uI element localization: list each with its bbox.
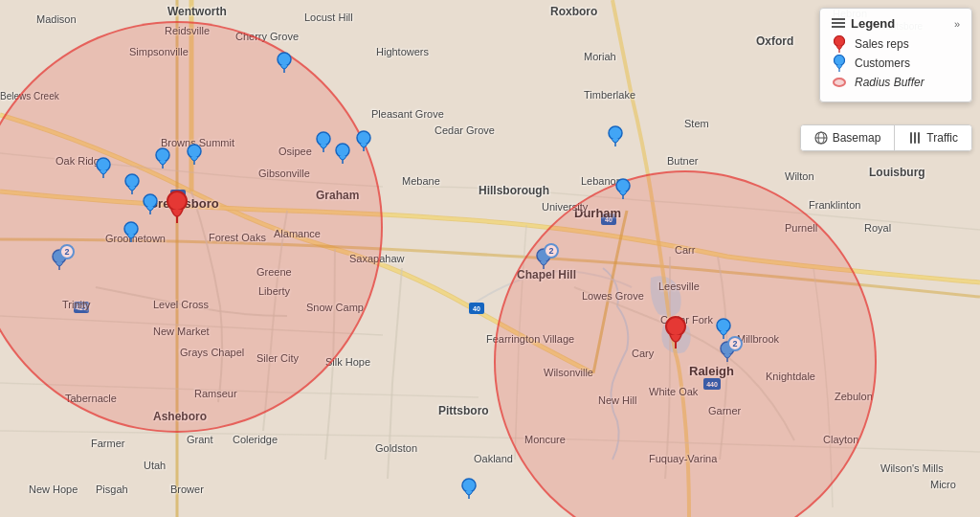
- legend-customers-label: Customers: [855, 56, 910, 70]
- customer-pin-badged-3[interactable]: 2: [727, 366, 743, 391]
- svg-point-13: [125, 174, 139, 188]
- svg-point-29: [666, 317, 685, 336]
- svg-point-23: [609, 126, 622, 140]
- legend-radius-icon: [832, 75, 847, 90]
- svg-text:40: 40: [473, 305, 480, 312]
- customer-pin-2[interactable]: [96, 157, 111, 182]
- customer-pin-15[interactable]: [716, 318, 731, 343]
- svg-rect-31: [832, 22, 845, 24]
- svg-point-21: [357, 131, 370, 145]
- sales-rep-pin-raleigh[interactable]: [676, 352, 699, 389]
- legend-collapse-button[interactable]: »: [954, 18, 960, 30]
- svg-point-14: [156, 148, 169, 162]
- customer-pin-14[interactable]: [615, 178, 631, 203]
- svg-point-27: [462, 479, 476, 492]
- svg-text:440: 440: [706, 381, 718, 388]
- customer-pin-4[interactable]: [155, 147, 170, 172]
- legend-panel: Legend » Sales reps Cus: [819, 8, 972, 102]
- svg-point-15: [188, 145, 201, 158]
- svg-point-25: [717, 319, 730, 332]
- customer-pin-10[interactable]: [335, 143, 350, 168]
- svg-point-19: [317, 132, 330, 146]
- map-controls-panel: Basemap Traffic: [800, 124, 972, 151]
- sales-rep-pin-greensboro[interactable]: [177, 227, 200, 263]
- traffic-button[interactable]: Traffic: [895, 125, 971, 150]
- svg-text:40: 40: [605, 216, 612, 223]
- svg-point-24: [616, 179, 630, 192]
- basemap-button[interactable]: Basemap: [801, 125, 896, 150]
- svg-point-33: [835, 36, 845, 47]
- legend-radius-label: Radius Buffer: [855, 76, 924, 89]
- legend-title: Legend: [851, 16, 895, 31]
- customer-pin-badged-1[interactable]: 2: [59, 274, 75, 299]
- svg-point-16: [144, 194, 157, 208]
- svg-rect-39: [914, 132, 916, 144]
- svg-rect-40: [918, 132, 920, 144]
- traffic-label: Traffic: [926, 131, 958, 145]
- svg-point-20: [336, 144, 349, 157]
- customer-pin-7[interactable]: [123, 221, 139, 246]
- customer-pin-13[interactable]: [608, 125, 623, 150]
- customer-pin-3[interactable]: [124, 173, 140, 198]
- svg-point-11: [278, 53, 291, 66]
- map-container: 85 40 421 40 440 Greensboro Durham Ralei…: [0, 0, 980, 517]
- basemap-label: Basemap: [833, 131, 881, 145]
- svg-point-12: [97, 158, 110, 171]
- svg-rect-30: [832, 18, 845, 20]
- customer-pin-5[interactable]: [187, 144, 202, 169]
- customer-pin-1[interactable]: [277, 52, 292, 77]
- customer-pin-11[interactable]: [356, 130, 371, 155]
- legend-sales-rep-icon: [832, 36, 847, 52]
- globe-icon: [814, 131, 828, 145]
- customer-pin-badged-2[interactable]: 2: [544, 273, 559, 298]
- legend-item-sales-reps: Sales reps: [832, 36, 960, 52]
- svg-point-28: [167, 191, 187, 211]
- traffic-icon: [908, 131, 922, 145]
- legend-customer-icon: [832, 56, 847, 71]
- customer-pin-17[interactable]: [461, 478, 477, 503]
- legend-item-radius-buffer: Radius Buffer: [832, 75, 960, 90]
- legend-sales-reps-label: Sales reps: [855, 37, 909, 51]
- legend-list-icon: [832, 17, 845, 31]
- svg-rect-38: [910, 132, 912, 144]
- svg-text:421: 421: [76, 304, 87, 311]
- svg-point-17: [124, 222, 138, 236]
- customer-pin-9[interactable]: [316, 131, 331, 156]
- customer-pin-6[interactable]: [143, 193, 158, 218]
- legend-item-customers: Customers: [832, 56, 960, 71]
- svg-point-34: [835, 56, 845, 66]
- svg-rect-32: [832, 26, 845, 28]
